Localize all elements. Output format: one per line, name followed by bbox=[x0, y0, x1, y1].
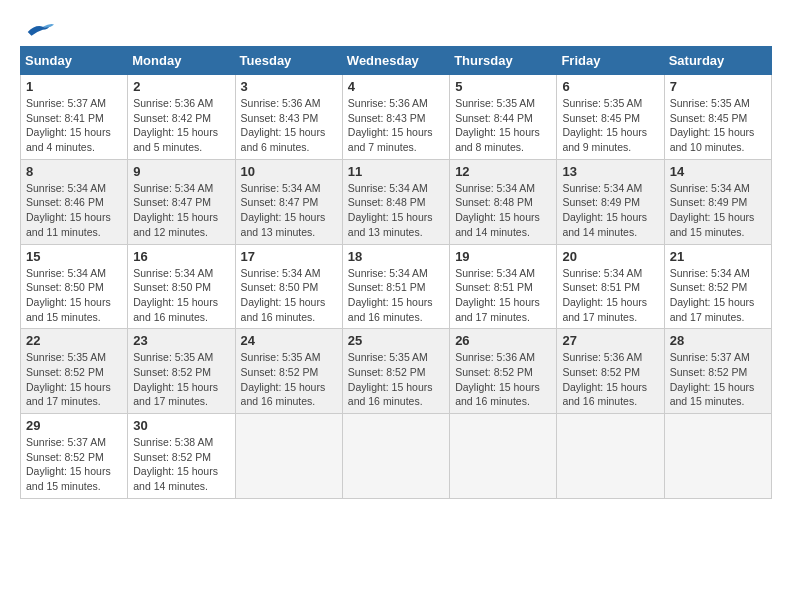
calendar-cell: 7Sunrise: 5:35 AMSunset: 8:45 PMDaylight… bbox=[664, 75, 771, 160]
day-number: 3 bbox=[241, 79, 337, 94]
day-number: 21 bbox=[670, 249, 766, 264]
column-header-wednesday: Wednesday bbox=[342, 47, 449, 75]
day-info: Sunrise: 5:36 AMSunset: 8:43 PMDaylight:… bbox=[348, 96, 444, 155]
day-number: 30 bbox=[133, 418, 229, 433]
column-header-saturday: Saturday bbox=[664, 47, 771, 75]
day-number: 4 bbox=[348, 79, 444, 94]
column-header-tuesday: Tuesday bbox=[235, 47, 342, 75]
calendar-cell: 13Sunrise: 5:34 AMSunset: 8:49 PMDayligh… bbox=[557, 159, 664, 244]
day-info: Sunrise: 5:37 AMSunset: 8:52 PMDaylight:… bbox=[670, 350, 766, 409]
calendar-cell: 20Sunrise: 5:34 AMSunset: 8:51 PMDayligh… bbox=[557, 244, 664, 329]
calendar-cell: 22Sunrise: 5:35 AMSunset: 8:52 PMDayligh… bbox=[21, 329, 128, 414]
day-number: 2 bbox=[133, 79, 229, 94]
day-number: 17 bbox=[241, 249, 337, 264]
calendar-cell: 1Sunrise: 5:37 AMSunset: 8:41 PMDaylight… bbox=[21, 75, 128, 160]
calendar-cell: 28Sunrise: 5:37 AMSunset: 8:52 PMDayligh… bbox=[664, 329, 771, 414]
day-number: 9 bbox=[133, 164, 229, 179]
column-header-monday: Monday bbox=[128, 47, 235, 75]
logo-bird-icon bbox=[24, 20, 54, 40]
day-info: Sunrise: 5:34 AMSunset: 8:48 PMDaylight:… bbox=[348, 181, 444, 240]
column-header-sunday: Sunday bbox=[21, 47, 128, 75]
calendar-cell bbox=[235, 414, 342, 499]
calendar-cell bbox=[664, 414, 771, 499]
day-info: Sunrise: 5:36 AMSunset: 8:43 PMDaylight:… bbox=[241, 96, 337, 155]
day-info: Sunrise: 5:34 AMSunset: 8:50 PMDaylight:… bbox=[241, 266, 337, 325]
calendar-cell: 23Sunrise: 5:35 AMSunset: 8:52 PMDayligh… bbox=[128, 329, 235, 414]
calendar-cell: 24Sunrise: 5:35 AMSunset: 8:52 PMDayligh… bbox=[235, 329, 342, 414]
day-number: 20 bbox=[562, 249, 658, 264]
day-number: 1 bbox=[26, 79, 122, 94]
day-info: Sunrise: 5:34 AMSunset: 8:49 PMDaylight:… bbox=[670, 181, 766, 240]
calendar-cell: 6Sunrise: 5:35 AMSunset: 8:45 PMDaylight… bbox=[557, 75, 664, 160]
day-number: 7 bbox=[670, 79, 766, 94]
day-info: Sunrise: 5:34 AMSunset: 8:46 PMDaylight:… bbox=[26, 181, 122, 240]
day-info: Sunrise: 5:35 AMSunset: 8:52 PMDaylight:… bbox=[348, 350, 444, 409]
calendar-cell: 19Sunrise: 5:34 AMSunset: 8:51 PMDayligh… bbox=[450, 244, 557, 329]
calendar-table: SundayMondayTuesdayWednesdayThursdayFrid… bbox=[20, 46, 772, 499]
day-number: 26 bbox=[455, 333, 551, 348]
calendar-cell: 21Sunrise: 5:34 AMSunset: 8:52 PMDayligh… bbox=[664, 244, 771, 329]
day-number: 14 bbox=[670, 164, 766, 179]
calendar-cell: 30Sunrise: 5:38 AMSunset: 8:52 PMDayligh… bbox=[128, 414, 235, 499]
day-number: 5 bbox=[455, 79, 551, 94]
day-number: 29 bbox=[26, 418, 122, 433]
day-number: 19 bbox=[455, 249, 551, 264]
day-number: 11 bbox=[348, 164, 444, 179]
day-info: Sunrise: 5:37 AMSunset: 8:41 PMDaylight:… bbox=[26, 96, 122, 155]
day-info: Sunrise: 5:34 AMSunset: 8:52 PMDaylight:… bbox=[670, 266, 766, 325]
day-number: 8 bbox=[26, 164, 122, 179]
day-info: Sunrise: 5:34 AMSunset: 8:48 PMDaylight:… bbox=[455, 181, 551, 240]
calendar-cell: 25Sunrise: 5:35 AMSunset: 8:52 PMDayligh… bbox=[342, 329, 449, 414]
day-number: 23 bbox=[133, 333, 229, 348]
day-number: 18 bbox=[348, 249, 444, 264]
day-info: Sunrise: 5:36 AMSunset: 8:52 PMDaylight:… bbox=[562, 350, 658, 409]
day-info: Sunrise: 5:35 AMSunset: 8:45 PMDaylight:… bbox=[562, 96, 658, 155]
day-info: Sunrise: 5:34 AMSunset: 8:50 PMDaylight:… bbox=[26, 266, 122, 325]
day-info: Sunrise: 5:35 AMSunset: 8:52 PMDaylight:… bbox=[241, 350, 337, 409]
calendar-cell: 3Sunrise: 5:36 AMSunset: 8:43 PMDaylight… bbox=[235, 75, 342, 160]
column-header-friday: Friday bbox=[557, 47, 664, 75]
day-info: Sunrise: 5:34 AMSunset: 8:47 PMDaylight:… bbox=[133, 181, 229, 240]
calendar-cell: 16Sunrise: 5:34 AMSunset: 8:50 PMDayligh… bbox=[128, 244, 235, 329]
day-number: 13 bbox=[562, 164, 658, 179]
calendar-cell: 8Sunrise: 5:34 AMSunset: 8:46 PMDaylight… bbox=[21, 159, 128, 244]
day-info: Sunrise: 5:34 AMSunset: 8:51 PMDaylight:… bbox=[562, 266, 658, 325]
calendar-week-row: 22Sunrise: 5:35 AMSunset: 8:52 PMDayligh… bbox=[21, 329, 772, 414]
logo bbox=[20, 20, 54, 36]
calendar-cell bbox=[557, 414, 664, 499]
day-number: 28 bbox=[670, 333, 766, 348]
calendar-week-row: 8Sunrise: 5:34 AMSunset: 8:46 PMDaylight… bbox=[21, 159, 772, 244]
calendar-cell: 29Sunrise: 5:37 AMSunset: 8:52 PMDayligh… bbox=[21, 414, 128, 499]
calendar-cell: 14Sunrise: 5:34 AMSunset: 8:49 PMDayligh… bbox=[664, 159, 771, 244]
day-info: Sunrise: 5:34 AMSunset: 8:51 PMDaylight:… bbox=[455, 266, 551, 325]
day-info: Sunrise: 5:35 AMSunset: 8:45 PMDaylight:… bbox=[670, 96, 766, 155]
day-info: Sunrise: 5:38 AMSunset: 8:52 PMDaylight:… bbox=[133, 435, 229, 494]
day-info: Sunrise: 5:37 AMSunset: 8:52 PMDaylight:… bbox=[26, 435, 122, 494]
day-number: 10 bbox=[241, 164, 337, 179]
calendar-week-row: 1Sunrise: 5:37 AMSunset: 8:41 PMDaylight… bbox=[21, 75, 772, 160]
day-number: 16 bbox=[133, 249, 229, 264]
calendar-cell: 12Sunrise: 5:34 AMSunset: 8:48 PMDayligh… bbox=[450, 159, 557, 244]
day-info: Sunrise: 5:35 AMSunset: 8:44 PMDaylight:… bbox=[455, 96, 551, 155]
calendar-week-row: 15Sunrise: 5:34 AMSunset: 8:50 PMDayligh… bbox=[21, 244, 772, 329]
calendar-header-row: SundayMondayTuesdayWednesdayThursdayFrid… bbox=[21, 47, 772, 75]
column-header-thursday: Thursday bbox=[450, 47, 557, 75]
page-header bbox=[20, 20, 772, 36]
calendar-cell bbox=[342, 414, 449, 499]
day-number: 25 bbox=[348, 333, 444, 348]
day-info: Sunrise: 5:34 AMSunset: 8:51 PMDaylight:… bbox=[348, 266, 444, 325]
day-number: 6 bbox=[562, 79, 658, 94]
day-info: Sunrise: 5:34 AMSunset: 8:47 PMDaylight:… bbox=[241, 181, 337, 240]
calendar-cell: 26Sunrise: 5:36 AMSunset: 8:52 PMDayligh… bbox=[450, 329, 557, 414]
day-number: 24 bbox=[241, 333, 337, 348]
day-number: 27 bbox=[562, 333, 658, 348]
day-number: 22 bbox=[26, 333, 122, 348]
day-number: 15 bbox=[26, 249, 122, 264]
calendar-week-row: 29Sunrise: 5:37 AMSunset: 8:52 PMDayligh… bbox=[21, 414, 772, 499]
day-info: Sunrise: 5:34 AMSunset: 8:50 PMDaylight:… bbox=[133, 266, 229, 325]
day-number: 12 bbox=[455, 164, 551, 179]
calendar-cell: 27Sunrise: 5:36 AMSunset: 8:52 PMDayligh… bbox=[557, 329, 664, 414]
calendar-cell: 18Sunrise: 5:34 AMSunset: 8:51 PMDayligh… bbox=[342, 244, 449, 329]
calendar-cell: 15Sunrise: 5:34 AMSunset: 8:50 PMDayligh… bbox=[21, 244, 128, 329]
calendar-cell: 11Sunrise: 5:34 AMSunset: 8:48 PMDayligh… bbox=[342, 159, 449, 244]
